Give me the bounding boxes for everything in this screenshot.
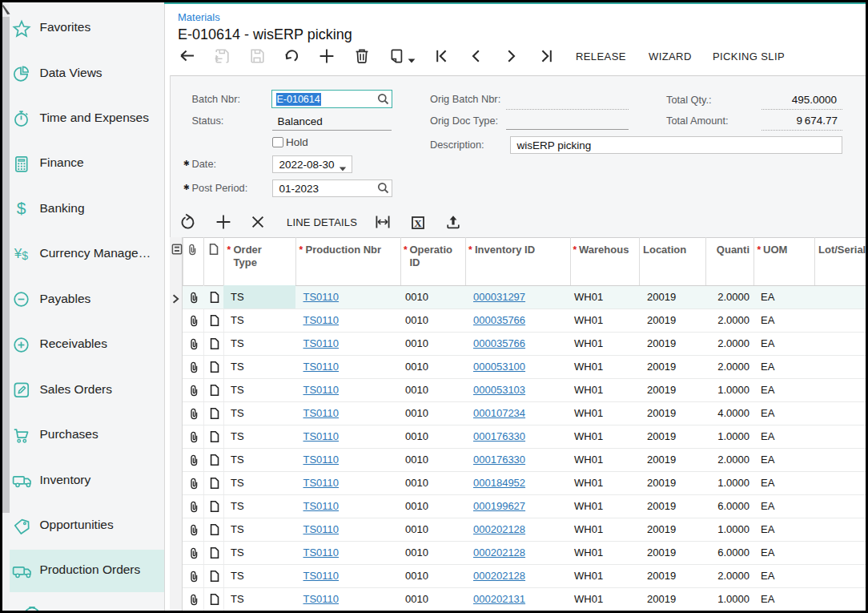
svg-text:X: X	[414, 216, 422, 228]
